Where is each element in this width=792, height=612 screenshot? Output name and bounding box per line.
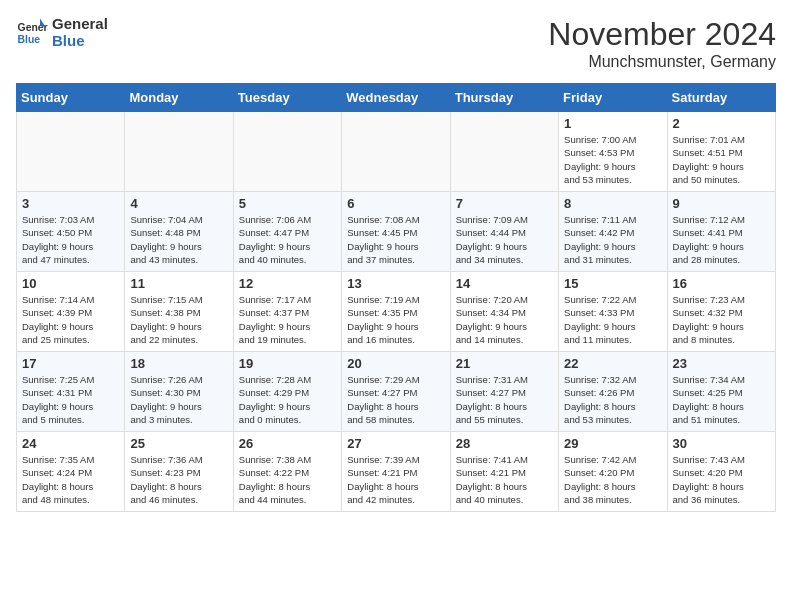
day-number: 27 [347,436,444,451]
day-number: 10 [22,276,119,291]
day-number: 15 [564,276,661,291]
day-number: 28 [456,436,553,451]
day-cell [342,112,450,192]
day-info: Sunrise: 7:08 AM Sunset: 4:45 PM Dayligh… [347,213,444,266]
day-info: Sunrise: 7:17 AM Sunset: 4:37 PM Dayligh… [239,293,336,346]
day-info: Sunrise: 7:00 AM Sunset: 4:53 PM Dayligh… [564,133,661,186]
day-info: Sunrise: 7:15 AM Sunset: 4:38 PM Dayligh… [130,293,227,346]
calendar-table: SundayMondayTuesdayWednesdayThursdayFrid… [16,83,776,512]
day-cell: 2Sunrise: 7:01 AM Sunset: 4:51 PM Daylig… [667,112,775,192]
day-info: Sunrise: 7:39 AM Sunset: 4:21 PM Dayligh… [347,453,444,506]
day-info: Sunrise: 7:04 AM Sunset: 4:48 PM Dayligh… [130,213,227,266]
day-info: Sunrise: 7:34 AM Sunset: 4:25 PM Dayligh… [673,373,770,426]
day-info: Sunrise: 7:38 AM Sunset: 4:22 PM Dayligh… [239,453,336,506]
day-cell [125,112,233,192]
week-row-2: 3Sunrise: 7:03 AM Sunset: 4:50 PM Daylig… [17,192,776,272]
day-number: 21 [456,356,553,371]
week-row-4: 17Sunrise: 7:25 AM Sunset: 4:31 PM Dayli… [17,352,776,432]
day-number: 24 [22,436,119,451]
day-number: 13 [347,276,444,291]
col-header-saturday: Saturday [667,84,775,112]
day-number: 17 [22,356,119,371]
day-info: Sunrise: 7:25 AM Sunset: 4:31 PM Dayligh… [22,373,119,426]
day-info: Sunrise: 7:01 AM Sunset: 4:51 PM Dayligh… [673,133,770,186]
col-header-sunday: Sunday [17,84,125,112]
day-number: 29 [564,436,661,451]
day-cell: 9Sunrise: 7:12 AM Sunset: 4:41 PM Daylig… [667,192,775,272]
day-info: Sunrise: 7:12 AM Sunset: 4:41 PM Dayligh… [673,213,770,266]
day-cell: 14Sunrise: 7:20 AM Sunset: 4:34 PM Dayli… [450,272,558,352]
day-cell: 1Sunrise: 7:00 AM Sunset: 4:53 PM Daylig… [559,112,667,192]
day-number: 26 [239,436,336,451]
day-cell: 8Sunrise: 7:11 AM Sunset: 4:42 PM Daylig… [559,192,667,272]
day-cell: 7Sunrise: 7:09 AM Sunset: 4:44 PM Daylig… [450,192,558,272]
week-row-3: 10Sunrise: 7:14 AM Sunset: 4:39 PM Dayli… [17,272,776,352]
location-title: Munchsmunster, Germany [548,53,776,71]
day-cell: 15Sunrise: 7:22 AM Sunset: 4:33 PM Dayli… [559,272,667,352]
day-number: 18 [130,356,227,371]
day-cell [233,112,341,192]
day-cell: 16Sunrise: 7:23 AM Sunset: 4:32 PM Dayli… [667,272,775,352]
day-cell: 30Sunrise: 7:43 AM Sunset: 4:20 PM Dayli… [667,432,775,512]
day-number: 7 [456,196,553,211]
col-header-tuesday: Tuesday [233,84,341,112]
day-info: Sunrise: 7:14 AM Sunset: 4:39 PM Dayligh… [22,293,119,346]
day-cell: 12Sunrise: 7:17 AM Sunset: 4:37 PM Dayli… [233,272,341,352]
day-number: 5 [239,196,336,211]
day-info: Sunrise: 7:03 AM Sunset: 4:50 PM Dayligh… [22,213,119,266]
day-info: Sunrise: 7:28 AM Sunset: 4:29 PM Dayligh… [239,373,336,426]
day-number: 9 [673,196,770,211]
day-cell: 23Sunrise: 7:34 AM Sunset: 4:25 PM Dayli… [667,352,775,432]
day-number: 22 [564,356,661,371]
day-cell: 27Sunrise: 7:39 AM Sunset: 4:21 PM Dayli… [342,432,450,512]
day-info: Sunrise: 7:29 AM Sunset: 4:27 PM Dayligh… [347,373,444,426]
day-cell: 24Sunrise: 7:35 AM Sunset: 4:24 PM Dayli… [17,432,125,512]
day-info: Sunrise: 7:19 AM Sunset: 4:35 PM Dayligh… [347,293,444,346]
day-cell: 20Sunrise: 7:29 AM Sunset: 4:27 PM Dayli… [342,352,450,432]
col-header-wednesday: Wednesday [342,84,450,112]
day-info: Sunrise: 7:43 AM Sunset: 4:20 PM Dayligh… [673,453,770,506]
day-cell: 25Sunrise: 7:36 AM Sunset: 4:23 PM Dayli… [125,432,233,512]
logo: General Blue General Blue [16,16,108,49]
week-row-1: 1Sunrise: 7:00 AM Sunset: 4:53 PM Daylig… [17,112,776,192]
day-cell [450,112,558,192]
day-number: 16 [673,276,770,291]
header-row: SundayMondayTuesdayWednesdayThursdayFrid… [17,84,776,112]
logo-general: General [52,16,108,33]
day-cell: 29Sunrise: 7:42 AM Sunset: 4:20 PM Dayli… [559,432,667,512]
day-cell: 18Sunrise: 7:26 AM Sunset: 4:30 PM Dayli… [125,352,233,432]
day-cell: 19Sunrise: 7:28 AM Sunset: 4:29 PM Dayli… [233,352,341,432]
day-info: Sunrise: 7:32 AM Sunset: 4:26 PM Dayligh… [564,373,661,426]
day-info: Sunrise: 7:31 AM Sunset: 4:27 PM Dayligh… [456,373,553,426]
day-cell: 26Sunrise: 7:38 AM Sunset: 4:22 PM Dayli… [233,432,341,512]
logo-blue: Blue [52,33,108,50]
month-title: November 2024 [548,16,776,53]
title-area: November 2024 Munchsmunster, Germany [548,16,776,71]
day-number: 2 [673,116,770,131]
day-info: Sunrise: 7:22 AM Sunset: 4:33 PM Dayligh… [564,293,661,346]
day-cell: 21Sunrise: 7:31 AM Sunset: 4:27 PM Dayli… [450,352,558,432]
day-cell: 13Sunrise: 7:19 AM Sunset: 4:35 PM Dayli… [342,272,450,352]
day-info: Sunrise: 7:42 AM Sunset: 4:20 PM Dayligh… [564,453,661,506]
day-cell: 4Sunrise: 7:04 AM Sunset: 4:48 PM Daylig… [125,192,233,272]
day-cell: 3Sunrise: 7:03 AM Sunset: 4:50 PM Daylig… [17,192,125,272]
day-number: 20 [347,356,444,371]
day-number: 11 [130,276,227,291]
day-cell: 22Sunrise: 7:32 AM Sunset: 4:26 PM Dayli… [559,352,667,432]
day-number: 25 [130,436,227,451]
day-info: Sunrise: 7:35 AM Sunset: 4:24 PM Dayligh… [22,453,119,506]
day-info: Sunrise: 7:23 AM Sunset: 4:32 PM Dayligh… [673,293,770,346]
day-number: 12 [239,276,336,291]
day-cell: 10Sunrise: 7:14 AM Sunset: 4:39 PM Dayli… [17,272,125,352]
day-info: Sunrise: 7:36 AM Sunset: 4:23 PM Dayligh… [130,453,227,506]
day-info: Sunrise: 7:41 AM Sunset: 4:21 PM Dayligh… [456,453,553,506]
day-number: 3 [22,196,119,211]
day-number: 14 [456,276,553,291]
day-info: Sunrise: 7:11 AM Sunset: 4:42 PM Dayligh… [564,213,661,266]
day-cell: 6Sunrise: 7:08 AM Sunset: 4:45 PM Daylig… [342,192,450,272]
day-number: 19 [239,356,336,371]
col-header-thursday: Thursday [450,84,558,112]
col-header-friday: Friday [559,84,667,112]
day-number: 23 [673,356,770,371]
day-info: Sunrise: 7:06 AM Sunset: 4:47 PM Dayligh… [239,213,336,266]
